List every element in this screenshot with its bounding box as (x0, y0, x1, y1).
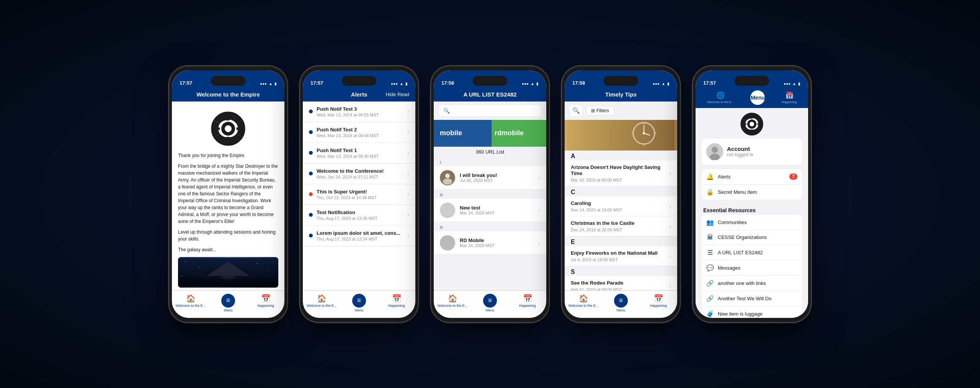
alert-dot (309, 172, 313, 175)
svg-point-9 (256, 263, 257, 264)
tips-item-date-fireworks: Jul 4, 2019 at 18:09 MST (571, 257, 658, 262)
menu-account-section[interactable]: Account not logged in (702, 139, 802, 165)
resource-another-test[interactable]: 🔗 Another Test We Will Do (702, 291, 802, 306)
battery-icon-2: ▮ (405, 82, 408, 86)
tab-menu-2[interactable]: ≡ Menu (340, 294, 378, 312)
alert-item[interactable]: Push Notif Test 3 Wed, Mar 13, 2024 at 0… (303, 102, 415, 122)
tips-item-christmas[interactable]: Christmas in the Ice Castle Dec 24, 2019… (565, 216, 677, 236)
tab-menu-3[interactable]: ≡ Menu (471, 294, 509, 312)
url-item-title: I will break you! (460, 172, 534, 178)
resources-list: 👥 Communities 🏛 CESSE Organizations ☰ A … (702, 215, 802, 318)
status-icons-3: ●●● ▲ ▮ (522, 82, 539, 86)
resource-another-links[interactable]: 🔗 another one with links (702, 276, 802, 291)
tab-happening-3[interactable]: 📅 Happening (509, 294, 546, 308)
tips-item-date: Mar 10, 2019 at 00:00 MST (571, 178, 669, 182)
resource-url-list[interactable]: ☰ A URL LIST ES2482 (702, 245, 802, 260)
alert-item[interactable]: Lorem ipsum dolor sit amet, cons... Thu,… (303, 226, 415, 246)
alert-info: Push Notif Test 3 Wed, Mar 13, 2024 at 0… (317, 106, 403, 117)
tab-menu-4[interactable]: ≡ Menu (602, 294, 640, 312)
tips-item-caroling[interactable]: Caroling Dec 14, 2023 at 18:00 MST › (565, 196, 677, 216)
ph5-tab-welcome[interactable]: 🌐 Welcome to the E... (707, 91, 734, 104)
battery-icon-3: ▮ (536, 82, 539, 86)
nav-header-2: Alerts Hide Read (303, 88, 415, 102)
menu-icon-1: ≡ (221, 294, 235, 308)
alert-dot (309, 213, 313, 217)
tab-welcome-1[interactable]: 🏠 Welcome to the E... (172, 294, 209, 308)
tab-welcome-3[interactable]: 🏠 Welcome to the E... (434, 294, 471, 308)
time-3: 17:58 (441, 80, 454, 86)
star-destroyer-image (178, 257, 278, 288)
wifi-icon-5: ▲ (792, 82, 796, 86)
secret-menu-item[interactable]: 🔒 Secret Menu Item (702, 185, 802, 200)
url-list-item[interactable]: I will break you! Jul 30, 2020 MST › (434, 166, 546, 190)
tab-welcome-4[interactable]: 🏠 Welcome to the E... (565, 294, 602, 308)
tips-item-info-christmas: Christmas in the Ice Castle Dec 24, 2019… (571, 220, 634, 232)
battery-icon-5: ▮ (798, 82, 800, 86)
phone-3-content: 🔍 mobile rdmobile 360 URL (434, 102, 546, 290)
svg-point-28 (750, 122, 754, 126)
tab-happening-2[interactable]: 📅 Happening (378, 294, 415, 308)
search-bar[interactable]: 🔍 (438, 105, 542, 117)
alert-item[interactable]: Test Notification Thu, Aug 17, 2023 at 1… (303, 205, 415, 226)
tips-item-fireworks[interactable]: Enjoy Fireworks on the National Mall Jul… (565, 246, 677, 266)
tab-label-happening-1: Happening (257, 304, 274, 308)
resource-messages[interactable]: 💬 Messages (702, 260, 802, 276)
alerts-menu-item[interactable]: 🔔 Alerts 7 (702, 169, 802, 185)
resource-new-item[interactable]: 🧳 New item is luggage (702, 306, 802, 318)
menu-body: Account not logged in 🔔 Alerts 7 🔒 (696, 108, 808, 318)
status-icons-5: ●●● ▲ ▮ (784, 82, 800, 86)
url-list-item-r[interactable]: RD Mobile Mar 24, 2020 MST › (434, 231, 546, 255)
secret-icon: 🔒 (706, 188, 714, 196)
calendar-icon: 📅 (785, 91, 794, 100)
tab-label-welcome-2: Welcome to the E... (307, 304, 336, 308)
quick-links-section: 🔔 Alerts 7 🔒 Secret Menu Item (702, 169, 802, 200)
tab-label-welcome-1: Welcome to the E... (176, 304, 206, 308)
alert-item-urgent[interactable]: This is Super Urgent! Thu, Oct 12, 2023 … (303, 184, 415, 205)
alert-item[interactable]: Push Notif Test 2 Wed, Mar 13, 2024 at 0… (303, 122, 415, 143)
alert-item[interactable]: Welcome to the Conference! Wed, Jan 24, … (303, 164, 415, 184)
tips-item-rodeo[interactable]: See the Rodeo Parade Feb 21, 2019 at 09:… (565, 276, 677, 290)
svg-rect-6 (225, 278, 232, 280)
tab-label-menu-4: Menu (617, 308, 626, 312)
messages-label: Messages (718, 265, 797, 271)
phone-2: 17:57 ●●● ▲ ▮ Alerts Hide Read Push N (300, 66, 418, 323)
svg-point-30 (712, 147, 718, 153)
alert-item[interactable]: Push Notif Test 1 Wed, Mar 13, 2024 at 0… (303, 143, 415, 164)
another-test-label: Another Test We Will Do (718, 296, 797, 301)
tips-item-date-christmas: Dec 24, 2019 at 22:00 MST (571, 228, 634, 232)
tips-search-button[interactable]: 🔍 (569, 105, 583, 117)
url-list-item[interactable]: New test Mar 24, 2020 MST › (434, 199, 546, 222)
signal-icon-2: ●●● (391, 82, 398, 86)
dynamic-island-3 (473, 76, 507, 86)
url-banner: mobile rdmobile (434, 120, 546, 147)
tab-happening-1[interactable]: 📅 Happening (247, 294, 284, 308)
alert-info: Lorem ipsum dolor sit amet, cons... Thu,… (317, 230, 403, 241)
svg-point-7 (185, 261, 186, 262)
ph5-tab-menu[interactable]: Menu (750, 90, 765, 105)
menu-icon-3: ≡ (483, 294, 497, 308)
filter-icon: ⊞ (591, 108, 595, 113)
account-status: not logged in (727, 152, 753, 157)
phones-container: 17:57 ●●● ▲ ▮ Welcome to the Empire (146, 51, 834, 338)
tips-section-a: A (565, 151, 677, 160)
resource-cesse[interactable]: 🏛 CESSE Organizations (702, 230, 802, 245)
tips-filter-button[interactable]: ⊞ Filters (586, 106, 614, 115)
ph5-nav-tabs: 🌐 Welcome to the E... Menu 📅 Happening (699, 90, 805, 105)
tab-menu-1[interactable]: ≡ Menu (209, 294, 247, 312)
svg-point-11 (181, 275, 182, 276)
tab-welcome-2[interactable]: 🏠 Welcome to the E... (303, 294, 340, 308)
tips-item-title-rodeo: See the Rodeo Parade (571, 280, 623, 286)
svg-point-13 (445, 174, 450, 178)
resource-communities[interactable]: 👥 Communities (702, 215, 802, 230)
hide-read-button[interactable]: Hide Read (386, 92, 409, 97)
tips-item[interactable]: Arizona Doesn't Have Daylight Saving Tim… (565, 160, 677, 187)
url-list-icon: ☰ (706, 249, 714, 256)
tab-bar-4: 🏠 Welcome to the E... ≡ Menu 📅 Happening (565, 290, 677, 318)
banner-left: mobile (434, 120, 492, 147)
ph5-tab-happening[interactable]: 📅 Happening (782, 91, 797, 104)
tab-happening-4[interactable]: 📅 Happening (640, 294, 677, 308)
resources-section-header: Essential Resources (702, 204, 802, 215)
nav-title-4: Timely Tips (605, 91, 637, 98)
tips-item-title-fireworks: Enjoy Fireworks on the National Mall (571, 250, 658, 257)
alert-info: Test Notification Thu, Aug 17, 2023 at 1… (317, 210, 403, 221)
